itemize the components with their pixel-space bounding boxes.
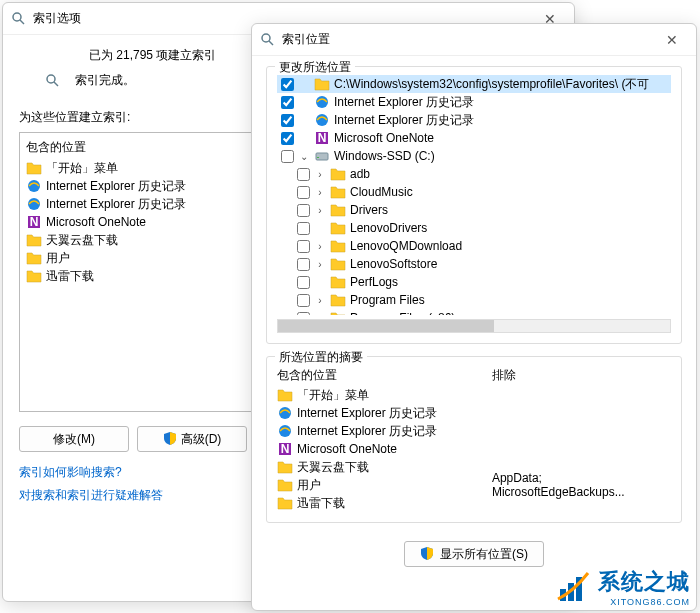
summary-item[interactable]: 天翼云盘下载: [277, 458, 492, 476]
tree-checkbox[interactable]: [281, 96, 294, 109]
summary-exclude-item: [492, 386, 671, 404]
summary-item[interactable]: 用户: [277, 476, 492, 494]
list-item-label: Microsoft OneNote: [46, 215, 146, 229]
tree-checkbox[interactable]: [297, 222, 310, 235]
ie-icon: [277, 405, 293, 421]
tree-checkbox[interactable]: [297, 258, 310, 271]
tree-checkbox[interactable]: [297, 312, 310, 316]
tree-expander[interactable]: ›: [314, 295, 326, 306]
indexed-count-text: 已为 21,795 项建立索引: [89, 47, 216, 64]
summary-item[interactable]: Microsoft OneNote: [277, 440, 492, 458]
tree-checkbox[interactable]: [297, 168, 310, 181]
tree-row[interactable]: › C:\Windows\system32\config\systemprofi…: [277, 75, 671, 93]
search-icon: [45, 73, 61, 89]
tree-row[interactable]: › Microsoft OneNote: [277, 129, 671, 147]
tree-checkbox[interactable]: [297, 186, 310, 199]
tree-expander[interactable]: ›: [314, 169, 326, 180]
tree-row[interactable]: › LenovoSoftstore: [277, 255, 671, 273]
summary-item[interactable]: Internet Explorer 历史记录: [277, 422, 492, 440]
tree-row-label: LenovoQMDownload: [350, 239, 462, 253]
help-link-search[interactable]: 索引如何影响搜索?: [19, 464, 122, 481]
summary-item[interactable]: 「开始」菜单: [277, 386, 492, 404]
folder-icon: [277, 477, 293, 493]
tree-row[interactable]: › Program Files: [277, 291, 671, 309]
tree-row[interactable]: › Internet Explorer 历史记录: [277, 111, 671, 129]
summary-exclude-item: AppData; MicrosoftEdgeBackups...: [492, 476, 671, 494]
list-item-label: 天翼云盘下载: [46, 232, 118, 249]
advanced-button[interactable]: 高级(D): [137, 426, 247, 452]
shield-icon: [420, 546, 434, 563]
locations-tree[interactable]: › C:\Windows\system32\config\systemprofi…: [277, 75, 671, 315]
indexing-complete-text: 索引完成。: [75, 72, 135, 89]
tree-expander[interactable]: ›: [314, 187, 326, 198]
ie-icon: [26, 196, 42, 212]
titlebar[interactable]: 索引位置 ✕: [252, 24, 696, 56]
list-item-label: Internet Explorer 历史记录: [46, 178, 186, 195]
search-icon: [260, 32, 276, 48]
onenote-icon: [314, 130, 330, 146]
folder-icon: [330, 184, 346, 200]
summary-item[interactable]: Internet Explorer 历史记录: [277, 404, 492, 422]
tree-checkbox[interactable]: [297, 276, 310, 289]
tree-expander[interactable]: ›: [314, 259, 326, 270]
tree-checkbox[interactable]: [297, 204, 310, 217]
folder-icon: [26, 160, 42, 176]
tree-row[interactable]: › Program Files (x86): [277, 309, 671, 315]
folder-icon: [330, 274, 346, 290]
indexed-locations-window: 索引位置 ✕ 更改所选位置 › C:\Windows\system32\conf…: [251, 23, 697, 611]
onenote-icon: [26, 214, 42, 230]
summary-item-label: 「开始」菜单: [297, 387, 369, 404]
summary-group: 所选位置的摘要 包含的位置 「开始」菜单Internet Explorer 历史…: [266, 356, 682, 523]
shield-icon: [163, 431, 177, 448]
tree-row[interactable]: › LenovoQMDownload: [277, 237, 671, 255]
folder-icon: [330, 202, 346, 218]
tree-row-label: C:\Windows\system32\config\systemprofile…: [334, 76, 649, 93]
folder-icon: [330, 238, 346, 254]
summary-item[interactable]: 迅雷下载: [277, 494, 492, 512]
tree-checkbox[interactable]: [281, 78, 294, 91]
folder-icon: [314, 76, 330, 92]
summary-exclude-item: [492, 422, 671, 440]
window-body: 更改所选位置 › C:\Windows\system32\config\syst…: [252, 56, 696, 579]
scrollbar-thumb[interactable]: [278, 320, 494, 332]
search-icon: [11, 11, 27, 27]
tree-row[interactable]: › CloudMusic: [277, 183, 671, 201]
tree-checkbox[interactable]: [281, 132, 294, 145]
close-button[interactable]: ✕: [656, 28, 688, 52]
modify-button[interactable]: 修改(M): [19, 426, 129, 452]
tree-checkbox[interactable]: [297, 240, 310, 253]
tree-checkbox[interactable]: [281, 150, 294, 163]
tree-row[interactable]: › Drivers: [277, 201, 671, 219]
summary-item-label: 迅雷下载: [297, 495, 345, 512]
show-all-locations-button[interactable]: 显示所有位置(S): [404, 541, 544, 567]
summary-col-exclude-header: 排除: [492, 365, 671, 386]
ie-icon: [314, 112, 330, 128]
horizontal-scrollbar[interactable]: [277, 319, 671, 333]
tree-checkbox[interactable]: [297, 294, 310, 307]
ie-icon: [277, 423, 293, 439]
help-link-troubleshoot[interactable]: 对搜索和索引进行疑难解答: [19, 487, 163, 504]
tree-expander[interactable]: ›: [314, 205, 326, 216]
tree-expander[interactable]: ›: [314, 313, 326, 316]
tree-row[interactable]: ⌄ Windows-SSD (C:): [277, 147, 671, 165]
list-item-label: 用户: [46, 250, 70, 267]
tree-row-label: Windows-SSD (C:): [334, 149, 435, 163]
tree-checkbox[interactable]: [281, 114, 294, 127]
tree-row[interactable]: › adb: [277, 165, 671, 183]
tree-row[interactable]: › Internet Explorer 历史记录: [277, 93, 671, 111]
folder-icon: [26, 250, 42, 266]
watermark-logo: 系统之城 XITONG86.COM: [552, 565, 694, 609]
window-title: 索引位置: [282, 31, 656, 48]
list-item-label: 「开始」菜单: [46, 160, 118, 177]
summary-exclude-text: AppData; MicrosoftEdgeBackups...: [492, 471, 671, 499]
list-item-label: Internet Explorer 历史记录: [46, 196, 186, 213]
tree-row[interactable]: › LenovoDrivers: [277, 219, 671, 237]
tree-row-label: LenovoSoftstore: [350, 257, 437, 271]
tree-row-label: Program Files (x86): [350, 311, 455, 315]
tree-expander[interactable]: ›: [314, 241, 326, 252]
group-title: 所选位置的摘要: [275, 349, 367, 366]
tree-row[interactable]: › PerfLogs: [277, 273, 671, 291]
tree-row-label: Drivers: [350, 203, 388, 217]
folder-icon: [26, 232, 42, 248]
tree-expander[interactable]: ⌄: [298, 151, 310, 162]
